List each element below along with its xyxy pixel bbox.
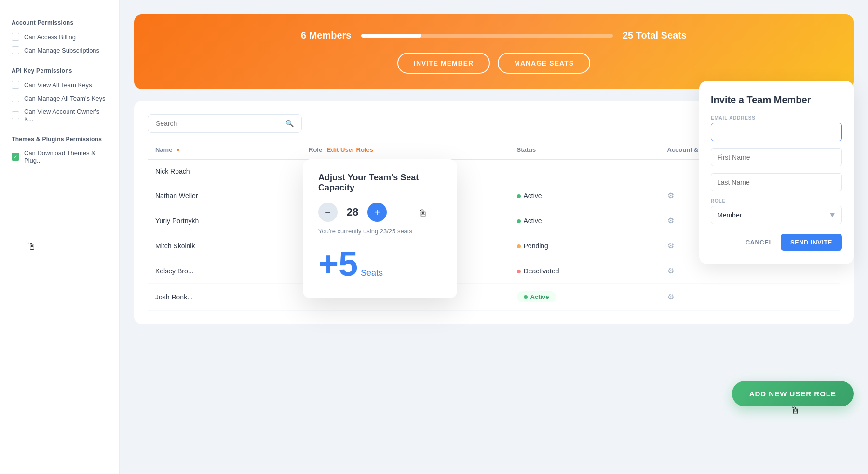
checkbox-can-view-all-team-keys[interactable] [12, 81, 19, 89]
stepper-minus-button[interactable]: − [318, 203, 338, 222]
edit-roles-link[interactable]: Edit User Roles [327, 146, 373, 153]
cell-name-nathan-weller: Nathan Weller [148, 183, 301, 208]
seat-usage-text: You're currently using 23/25 seats [318, 228, 442, 235]
invite-panel: Invite a Team Member EMAIL ADDRESS ROLE … [699, 81, 854, 264]
search-icon: 🔍 [285, 120, 294, 127]
role-select[interactable]: Member Admin Owner [711, 206, 842, 224]
header-banner: 6 Members 25 Total Seats INVITE MEMBER M… [134, 14, 854, 89]
sidebar-item-can-manage-subscriptions[interactable]: Can Manage Subscriptions [12, 46, 108, 54]
members-info: 6 Members 25 Total Seats [301, 30, 687, 41]
gear-icon[interactable]: ⚙ [667, 293, 674, 301]
cancel-button[interactable]: CANCEL [746, 239, 773, 246]
sidebar: Account PermissionsCan Access BillingCan… [0, 0, 120, 474]
sidebar-section-themes-plugins-permissions: Themes & Plugins PermissionsCan Download… [12, 136, 108, 164]
label-can-access-billing: Can Access Billing [24, 33, 76, 41]
seat-capacity-popup: Adjust Your Team's Seat Capacity − 28 + … [303, 159, 457, 298]
cell-name-yuriy-portnykh: Yuriy Portnykh [148, 208, 301, 233]
checkbox-can-download-themes[interactable] [12, 153, 19, 161]
cell-name-josh-ronk: Josh Ronk... [148, 284, 301, 311]
email-label: EMAIL ADDRESS [711, 115, 842, 121]
add-role-cursor-icon: 🖱 [790, 405, 800, 417]
gear-icon[interactable]: ⚙ [667, 217, 674, 225]
sort-icon: ▼ [175, 147, 181, 153]
send-invite-button[interactable]: SEND INVITE [781, 234, 842, 251]
label-can-manage-subscriptions: Can Manage Subscriptions [24, 47, 99, 54]
label-can-view-all-team-keys: Can View All Team Keys [24, 81, 92, 89]
seat-change-number: +5 [318, 246, 358, 281]
gear-icon[interactable]: ⚙ [667, 242, 674, 250]
seat-change-display: +5 Seats [318, 246, 442, 281]
sidebar-item-can-manage-all-team-keys[interactable]: Can Manage All Team's Keys [12, 95, 108, 102]
col-status: Status [509, 142, 660, 160]
cell-status-yuriy-portnykh: Active [509, 208, 660, 233]
cell-name-nick-roach: Nick Roach [148, 160, 301, 183]
cell-name-mitch-skolnik: Mitch Skolnik [148, 233, 301, 258]
search-bar[interactable]: 🔍 [148, 114, 302, 133]
sidebar-section-title-api-key-permissions: API Key Permissions [12, 68, 108, 74]
cell-status-nathan-weller: Active [509, 183, 660, 208]
gear-icon[interactable]: ⚙ [667, 191, 674, 200]
sidebar-section-account-permissions: Account PermissionsCan Access BillingCan… [12, 19, 108, 54]
sidebar-section-title-themes-plugins-permissions: Themes & Plugins Permissions [12, 136, 108, 143]
manage-seats-button[interactable]: MANAGE SEATS [498, 53, 590, 74]
checkbox-can-manage-all-team-keys[interactable] [12, 95, 19, 102]
last-name-input[interactable] [711, 173, 842, 191]
popup-cursor-icon: 🖱 [418, 207, 428, 220]
sidebar-item-can-download-themes[interactable]: Can Download Themes & Plug... [12, 149, 108, 164]
role-label: ROLE [711, 198, 842, 203]
progress-bar-fill [361, 34, 421, 38]
sidebar-section-title-account-permissions: Account Permissions [12, 19, 108, 26]
checkbox-can-view-account-owner-keys[interactable] [12, 111, 19, 119]
banner-buttons: INVITE MEMBER MANAGE SEATS [397, 53, 590, 74]
members-count: 6 Members [301, 30, 352, 41]
cell-name-kelsey-bro: Kelsey Bro... [148, 258, 301, 284]
checkbox-can-access-billing[interactable] [12, 33, 19, 41]
stepper-plus-button[interactable]: + [367, 203, 387, 222]
table-row: Josh Ronk...Active⚙ [148, 284, 840, 311]
role-select-wrap: Member Admin Owner ▼ [711, 206, 842, 224]
stepper-value: 28 [345, 206, 360, 218]
add-new-user-role-button[interactable]: ADD NEW USER ROLE [732, 381, 854, 406]
cell-status-josh-ronk: Active [509, 284, 660, 311]
seats-count: 25 Total Seats [623, 30, 687, 41]
label-can-manage-all-team-keys: Can Manage All Team's Keys [24, 95, 105, 102]
checkbox-can-manage-subscriptions[interactable] [12, 46, 19, 54]
cell-status-kelsey-bro: Deactivated [509, 258, 660, 284]
seat-change-label: Seats [361, 268, 383, 278]
cursor-pointer-icon: 🖱 [27, 241, 37, 252]
col-role: Role Edit User Roles [301, 142, 509, 160]
progress-bar-container [361, 34, 613, 38]
sidebar-item-can-view-all-team-keys[interactable]: Can View All Team Keys [12, 81, 108, 89]
invite-member-button[interactable]: INVITE MEMBER [397, 53, 490, 74]
sidebar-item-can-view-account-owner-keys[interactable]: Can View Account Owner's K... [12, 108, 108, 122]
col-name: Name ▼ [148, 142, 301, 160]
cell-perm-josh-ronk: ⚙ [660, 284, 841, 311]
email-input[interactable] [711, 123, 842, 141]
gear-icon[interactable]: ⚙ [667, 267, 674, 275]
main-content: 6 Members 25 Total Seats INVITE MEMBER M… [120, 0, 868, 474]
label-can-download-themes: Can Download Themes & Plug... [24, 149, 108, 164]
first-name-input[interactable] [711, 148, 842, 166]
cell-status-mitch-skolnik: Pending [509, 233, 660, 258]
cell-status-nick-roach [509, 160, 660, 183]
invite-actions: CANCEL SEND INVITE [711, 234, 842, 251]
seat-popup-title: Adjust Your Team's Seat Capacity [318, 173, 442, 193]
sidebar-section-api-key-permissions: API Key PermissionsCan View All Team Key… [12, 68, 108, 122]
invite-panel-title: Invite a Team Member [711, 95, 842, 106]
seat-stepper: − 28 + 🖱 [318, 203, 442, 222]
search-input[interactable] [156, 120, 282, 127]
label-can-view-account-owner-keys: Can View Account Owner's K... [24, 108, 108, 122]
sidebar-item-can-access-billing[interactable]: Can Access Billing [12, 33, 108, 41]
